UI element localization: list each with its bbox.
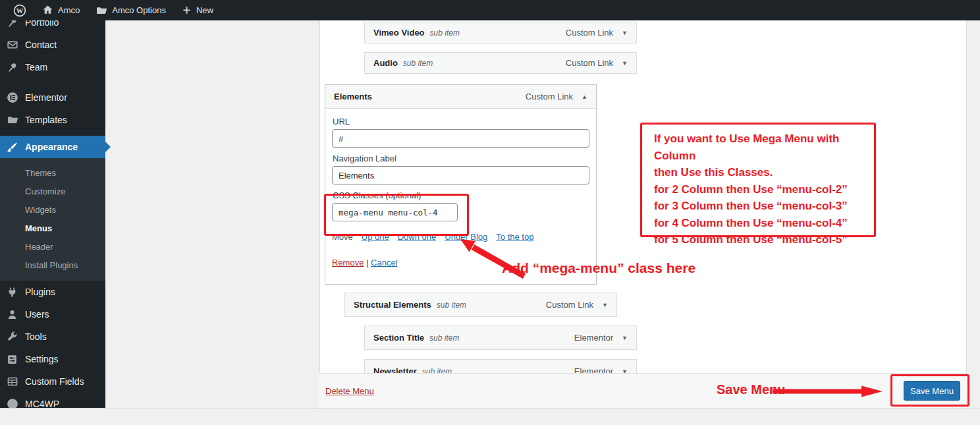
sidebar-item-users[interactable]: Users — [0, 303, 105, 326]
admin-bar-options-link[interactable]: Amco Options — [88, 0, 174, 20]
sidebar-item-team[interactable]: Team — [0, 56, 105, 78]
sidebar-item-label: Users — [25, 309, 49, 320]
menu-item-note: sub item — [403, 59, 433, 68]
move-row: Move Up one Down one Under Blog To the t… — [332, 232, 589, 242]
menu-item-vimeo-video[interactable]: Vimeo Video sub item Custom Link▼ — [364, 22, 637, 43]
menu-footer-actions: Delete Menu — [319, 373, 967, 408]
admin-bar: W Amco Amco Options New — [0, 0, 980, 20]
wordpress-logo-icon: W — [13, 4, 26, 17]
templates-folder-icon — [6, 114, 18, 127]
menu-item-type: Custom Link — [526, 92, 573, 101]
sidebar-item-portfolio[interactable]: Portfolio — [0, 20, 105, 34]
plus-icon — [182, 5, 192, 15]
menu-item-title: Section Title — [373, 333, 424, 343]
menu-item-type: Custom Link — [546, 300, 593, 310]
sidebar-item-appearance[interactable]: Appearance — [0, 136, 105, 158]
wordpress-logo-button[interactable]: W — [5, 0, 34, 20]
submenu-item-install-plugins[interactable]: Install Plugins — [0, 256, 105, 274]
submenu-item-menus[interactable]: Menus — [0, 219, 105, 237]
separator: | — [366, 258, 368, 268]
admin-bar-new-label: New — [196, 5, 213, 15]
cancel-link[interactable]: Cancel — [371, 258, 397, 268]
sidebar-item-label: Elementor — [25, 92, 67, 103]
navigation-label-input[interactable] — [332, 166, 589, 184]
sidebar-item-elementor[interactable]: Elementor — [0, 86, 105, 109]
move-link-under-blog[interactable]: Under Blog — [445, 232, 487, 242]
appearance-brush-icon — [6, 141, 18, 154]
sidebar-item-label: Portfolio — [25, 20, 59, 28]
sidebar-item-contact[interactable]: Contact — [0, 34, 105, 56]
delete-menu-link[interactable]: Delete Menu — [325, 386, 374, 396]
annotation-css-hint-text: Add “mega-menu” class here — [502, 260, 695, 276]
envelope-icon — [6, 39, 18, 51]
move-label: Move — [332, 232, 353, 242]
sidebar-item-settings[interactable]: Settings — [0, 348, 105, 370]
menu-item-audio[interactable]: Audio sub item Custom Link▼ — [364, 52, 637, 74]
sidebar-item-label: Plugins — [25, 287, 55, 297]
sidebar-item-plugins[interactable]: Plugins — [0, 281, 105, 303]
remove-link[interactable]: Remove — [332, 258, 364, 268]
menu-item-note: sub item — [429, 333, 459, 343]
settings-sliders-icon — [6, 353, 18, 366]
menu-item-note: sub item — [437, 300, 466, 310]
admin-bar-site-link[interactable]: Amco — [34, 0, 88, 20]
sidebar-separator — [0, 78, 105, 86]
navigation-label: Navigation Label — [333, 154, 589, 163]
elementor-icon — [6, 92, 18, 104]
sidebar-item-label: MC4WP — [25, 399, 59, 408]
url-label: URL — [333, 117, 589, 127]
save-menu-button[interactable]: Save Menu — [904, 381, 960, 401]
submenu-item-themes[interactable]: Themes — [0, 163, 105, 182]
sidebar-item-label: Appearance — [25, 142, 78, 152]
move-link-down-one[interactable]: Down one — [398, 232, 437, 242]
sidebar-item-label: Templates — [25, 115, 67, 125]
submenu-item-header[interactable]: Header — [0, 237, 105, 256]
menu-item-settings: URL Navigation Label CSS Classes (option… — [325, 109, 596, 268]
chevron-down-icon[interactable]: ▼ — [622, 60, 628, 67]
css-classes-label: CSS Classes (optional) — [333, 190, 589, 200]
annotation-save-hint-text: Save Menu — [717, 382, 785, 397]
menu-item-note: sub item — [430, 28, 460, 38]
admin-sidebar: Portfolio Contact Team Elementor Templat… — [0, 20, 105, 408]
active-menu-arrow — [105, 142, 111, 152]
wrench-icon — [6, 331, 18, 343]
menu-item-section-title[interactable]: Section Title sub item Elementor▼ — [364, 326, 637, 350]
pushpin-icon — [6, 61, 18, 74]
home-icon — [42, 5, 53, 16]
page-bottom-strip — [0, 408, 980, 425]
chevron-up-icon[interactable]: ▲ — [582, 94, 587, 100]
chevron-down-icon[interactable]: ▼ — [622, 30, 628, 36]
chevron-down-icon[interactable]: ▼ — [622, 335, 628, 341]
sidebar-item-label: Settings — [25, 354, 59, 364]
admin-bar-site-label: Amco — [58, 5, 80, 15]
sidebar-item-label: Contact — [25, 40, 57, 50]
pin-icon — [6, 20, 18, 29]
menu-item-title: Elements — [334, 92, 372, 101]
appearance-submenu: Themes Customize Widgets Menus Header In… — [0, 158, 105, 281]
sidebar-item-templates[interactable]: Templates — [0, 109, 105, 131]
url-input[interactable] — [332, 129, 589, 148]
move-link-to-the-top[interactable]: To the top — [496, 232, 533, 242]
sidebar-item-mc4wp[interactable]: MC4WP — [0, 393, 105, 408]
admin-bar-new-button[interactable]: New — [174, 0, 221, 20]
submenu-item-widgets[interactable]: Widgets — [0, 200, 105, 219]
mc4wp-icon — [6, 398, 18, 409]
svg-text:W: W — [16, 7, 24, 14]
sidebar-item-label: Team — [25, 62, 47, 72]
user-icon — [6, 308, 18, 321]
menu-item-title: Structual Elements — [354, 300, 431, 310]
admin-bar-options-label: Amco Options — [112, 5, 166, 15]
custom-fields-table-icon — [6, 376, 18, 388]
css-classes-input[interactable] — [332, 203, 458, 221]
move-link-up-one[interactable]: Up one — [362, 232, 389, 242]
menu-item-elements-header[interactable]: Elements Custom Link▲ — [325, 85, 596, 109]
plugins-icon — [6, 286, 18, 298]
sidebar-item-tools[interactable]: Tools — [0, 326, 105, 348]
submenu-item-customize[interactable]: Customize — [0, 182, 105, 200]
menu-item-type: Elementor — [574, 333, 613, 343]
menu-item-title: Audio — [373, 58, 398, 68]
menu-item-structual-elements[interactable]: Structual Elements sub item Custom Link▼ — [344, 293, 617, 317]
chevron-down-icon[interactable]: ▼ — [602, 302, 608, 308]
menu-item-title: Vimeo Video — [373, 28, 425, 38]
sidebar-item-custom-fields[interactable]: Custom Fields — [0, 370, 105, 393]
